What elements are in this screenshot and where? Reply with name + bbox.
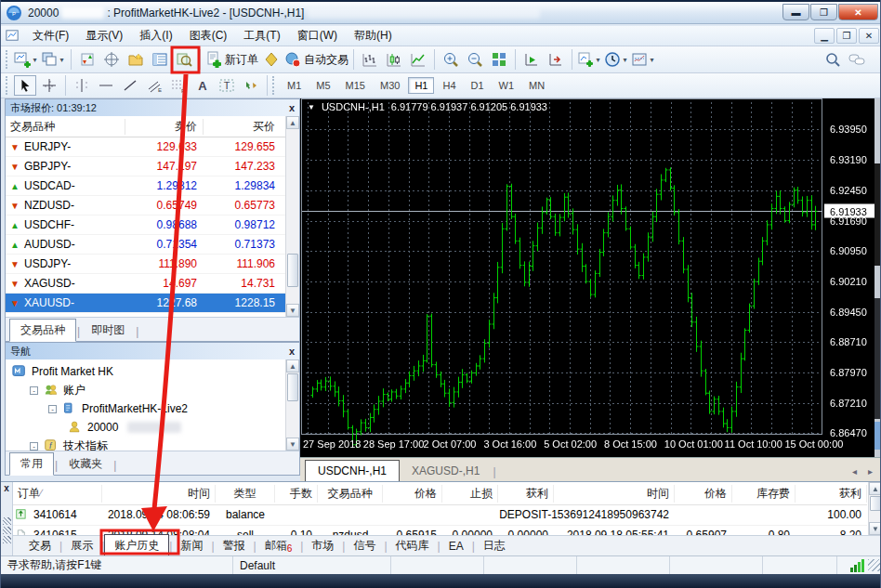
market-watch-row[interactable]: ▼XAGUSD-14.69714.731	[6, 274, 299, 294]
column-header-0[interactable]: 订单 ∕	[13, 485, 102, 503]
close-icon[interactable]: x	[1, 483, 12, 493]
tree-item-profitmarkethk-live2[interactable]: -ProfitMarketHK-Live2	[6, 399, 299, 418]
menu-item-1[interactable]: 显示(V)	[77, 26, 131, 46]
zoom-in-button[interactable]	[440, 48, 462, 71]
chart-candles-button[interactable]	[383, 48, 405, 71]
navigator-tab-1[interactable]: 收藏夹	[59, 453, 112, 475]
text-a-tool[interactable]: A	[191, 75, 214, 96]
chart-shift-button[interactable]	[545, 48, 567, 71]
fibonacci-tool[interactable]: F	[167, 75, 190, 96]
templates-button[interactable]: ▾	[631, 48, 656, 71]
chevron-down-icon[interactable]: ▾	[648, 56, 656, 64]
column-header-10[interactable]: 库存费	[732, 485, 796, 503]
toolbar-grip[interactable]	[6, 50, 10, 69]
channel-tool[interactable]: E	[143, 75, 165, 96]
tile-windows-button[interactable]	[488, 48, 510, 71]
menu-item-3[interactable]: 图表(C)	[181, 26, 236, 46]
autotrading-button[interactable]: 自动交易	[284, 48, 348, 71]
indicators-button[interactable]: ▾	[577, 48, 602, 71]
terminal-tab-邮箱[interactable]: 邮箱6	[256, 536, 301, 555]
strategy-tester-button[interactable]	[173, 48, 195, 71]
column-header-2[interactable]: 类型	[216, 485, 275, 503]
market-watch-row[interactable]: ▲USDCAD-1.298121.29834	[6, 176, 299, 196]
menu-item-5[interactable]: 窗口(W)	[289, 26, 346, 46]
cursor-tool[interactable]	[14, 75, 36, 96]
history-row[interactable]: 34106142018.09.14 08:06:59balanceDEPOSIT…	[13, 505, 867, 526]
resize-grip[interactable]	[868, 559, 880, 571]
search-button[interactable]	[822, 48, 844, 71]
terminal-tab-账户历史[interactable]: 账户历史	[104, 534, 169, 557]
navigator-tab-0[interactable]: 常用	[9, 452, 54, 476]
market-watch-row[interactable]: ▼GBPJPY-147.197147.233	[6, 157, 299, 176]
profiles-button[interactable]: ▾	[41, 48, 66, 71]
market-watch-scrollbar[interactable]: ▲ ▼	[285, 116, 299, 317]
expander-icon[interactable]: -	[30, 442, 38, 451]
chart-tab-0[interactable]: USDCNH-,H1	[305, 460, 400, 481]
terminal-tab-新闻[interactable]: 新闻	[172, 536, 211, 555]
timeframe-d1[interactable]: D1	[465, 77, 491, 94]
expander-icon[interactable]: -	[48, 405, 57, 413]
close-icon[interactable]: x	[289, 102, 295, 113]
chevron-down-icon[interactable]: ▾	[58, 56, 66, 64]
toolbar-grip[interactable]	[272, 76, 277, 95]
status-profile[interactable]: Default	[233, 556, 391, 574]
market-watch-row[interactable]: ▲USDCHF-0.986880.98712	[6, 216, 299, 235]
chat-button[interactable]	[846, 48, 868, 71]
navigator-scrollbar[interactable]: ▲ ▼	[285, 359, 299, 451]
chevron-down-icon[interactable]: ▾	[621, 56, 629, 64]
minimize-button[interactable]: ▬	[782, 4, 809, 20]
market-watch-tab-1[interactable]: 即时图	[81, 320, 135, 341]
child-close-button[interactable]: ✕	[859, 28, 879, 44]
close-button[interactable]: ✕	[838, 4, 878, 20]
terminal-tab-市场[interactable]: 市场	[303, 536, 342, 555]
terminal-tab-展示[interactable]: 展示	[62, 536, 101, 555]
column-header-1[interactable]: 时间	[102, 485, 216, 503]
data-window-toggle-button[interactable]	[100, 48, 123, 71]
child-restore-button[interactable]: ❐	[836, 28, 857, 44]
tree-item-20000[interactable]: 20000	[6, 418, 299, 437]
auto-scroll-button[interactable]	[520, 48, 543, 71]
price-chart[interactable]	[300, 98, 881, 457]
menu-item-2[interactable]: 插入(I)	[131, 26, 180, 46]
zoom-out-button[interactable]	[464, 48, 486, 71]
terminal-tab-ea[interactable]: EA	[440, 538, 472, 555]
menu-item-6[interactable]: 帮助(H)	[346, 26, 401, 46]
timeframe-m30[interactable]: M30	[374, 77, 406, 94]
text-label-tool[interactable]: T	[216, 75, 238, 96]
market-watch-row[interactable]: ▼EURJPY-129.633129.655	[6, 137, 299, 157]
periods-button[interactable]: ▾	[604, 48, 629, 71]
terminal-tab-交易[interactable]: 交易	[20, 536, 59, 555]
timeframe-mn[interactable]: MN	[522, 77, 551, 94]
arrows-dd-tool[interactable]	[240, 75, 262, 96]
new-order-button[interactable]: 新订单	[205, 48, 258, 71]
vline-tool[interactable]	[71, 75, 93, 96]
chart-line-button[interactable]	[407, 48, 429, 71]
chart-tab-1[interactable]: XAGUSD-,H1	[400, 461, 492, 481]
market-watch-row[interactable]: ▼XAUUSD-1227.681228.15	[6, 294, 299, 313]
terminal-tab-信号[interactable]: 信号	[345, 536, 384, 555]
navigator-caption[interactable]: 导航 x	[6, 343, 299, 359]
timeframe-m5[interactable]: M5	[309, 77, 336, 94]
terminal-toggle-button[interactable]	[149, 48, 171, 71]
market-watch-caption[interactable]: 市场报价: 01:39:12 x	[6, 99, 299, 116]
market-watch-toggle-button[interactable]	[76, 48, 99, 71]
restore-button[interactable]: ❐	[810, 4, 837, 20]
timeframe-h1[interactable]: H1	[408, 77, 434, 94]
chevron-down-icon[interactable]: ▾	[31, 56, 39, 64]
market-watch-row[interactable]: ▲AUDUSD-0.713540.71373	[6, 235, 299, 255]
chart-symbol-dropdown-icon[interactable]: ▼	[308, 103, 315, 111]
menu-item-4[interactable]: 工具(T)	[235, 26, 288, 46]
timeframe-w1[interactable]: W1	[493, 77, 521, 94]
column-header-9[interactable]: 价格	[675, 485, 732, 503]
timeframe-h4[interactable]: H4	[436, 77, 462, 94]
terminal-scrollbar[interactable]: ▲ ▼	[868, 482, 881, 536]
toolbar-grip[interactable]	[6, 76, 10, 95]
chart-window[interactable]: ▼ USDCNH-,H1 6.91779 6.91937 6.91205 6.9…	[300, 98, 881, 457]
column-header-7[interactable]: 获利	[498, 485, 554, 503]
column-header-4[interactable]: 交易品种	[318, 485, 383, 503]
column-header-11[interactable]: 获利	[796, 485, 867, 503]
market-watch-row[interactable]: ▼NZDUSD-0.657490.65773	[6, 196, 299, 216]
chevron-down-icon[interactable]: ▾	[594, 56, 602, 64]
menu-item-0[interactable]: 文件(F)	[24, 26, 77, 46]
timeframe-m15[interactable]: M15	[339, 77, 372, 94]
